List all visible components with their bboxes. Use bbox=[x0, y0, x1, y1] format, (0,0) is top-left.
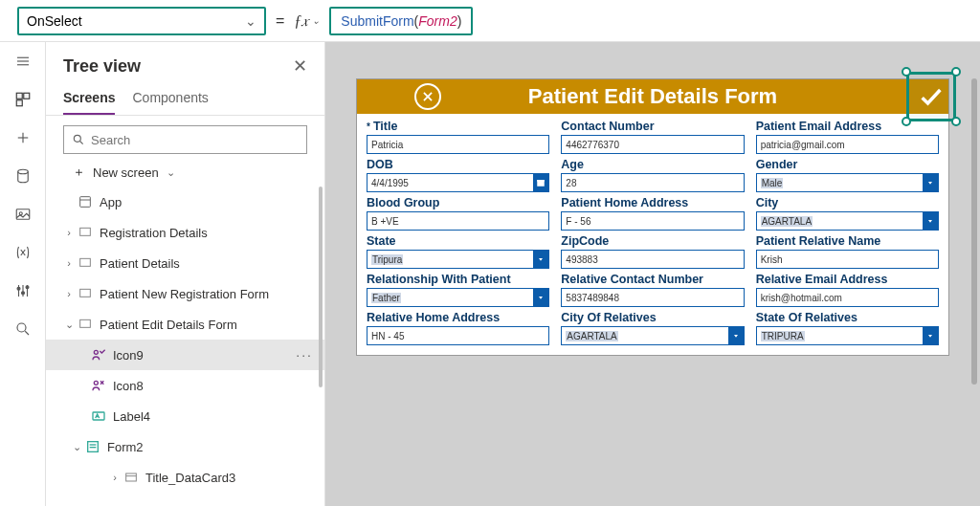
form-icon bbox=[84, 438, 101, 455]
calendar-icon[interactable] bbox=[533, 174, 548, 191]
label-icon bbox=[90, 407, 107, 425]
svg-rect-23 bbox=[80, 228, 91, 235]
required-icon: * bbox=[367, 121, 370, 132]
tree-item-form2[interactable]: ⌄ Form2 bbox=[46, 431, 324, 462]
svg-rect-38 bbox=[538, 180, 546, 182]
tab-components[interactable]: Components bbox=[132, 90, 208, 115]
field-relname: Patient Relative Name Krish bbox=[756, 234, 939, 269]
relcity-select[interactable]: AGARTALA bbox=[561, 326, 744, 345]
canvas-scrollbar[interactable] bbox=[971, 78, 977, 385]
field-contact: Contact Number 4462776370 bbox=[561, 120, 744, 154]
cancel-button[interactable] bbox=[414, 83, 441, 110]
property-name: OnSelect bbox=[27, 13, 82, 29]
close-icon[interactable]: ✕ bbox=[293, 55, 307, 77]
svg-marker-41 bbox=[539, 258, 543, 261]
tab-screens[interactable]: Screens bbox=[63, 90, 115, 115]
selection-handle[interactable] bbox=[902, 67, 911, 77]
chevron-down-icon[interactable] bbox=[923, 174, 938, 191]
field-relcontact: Relative Contact Number 5837489848 bbox=[561, 273, 744, 307]
zip-input[interactable]: 493883 bbox=[561, 250, 744, 269]
tree-item-icon9[interactable]: Icon9 ··· bbox=[46, 340, 324, 370]
svg-rect-24 bbox=[80, 258, 91, 266]
svg-point-16 bbox=[26, 286, 29, 289]
search-icon[interactable] bbox=[11, 318, 34, 341]
media-icon[interactable] bbox=[11, 203, 34, 226]
field-age: Age 28 bbox=[561, 158, 744, 192]
field-relstate: State Of Relatives TRIPURA bbox=[756, 311, 939, 345]
search-field[interactable] bbox=[91, 133, 299, 147]
form-header: Patient Edit Details Form bbox=[357, 79, 948, 114]
scrollbar[interactable] bbox=[319, 187, 323, 387]
advanced-icon[interactable] bbox=[11, 279, 34, 302]
expand-icon[interactable]: › bbox=[61, 227, 77, 238]
field-title: *Title Patricia bbox=[367, 120, 549, 154]
form-title: Patient Edit Details Form bbox=[357, 84, 948, 109]
plus-icon[interactable] bbox=[11, 126, 34, 149]
chevron-down-icon[interactable] bbox=[923, 212, 938, 230]
data-icon[interactable] bbox=[11, 165, 34, 187]
svg-point-19 bbox=[74, 135, 80, 142]
svg-marker-43 bbox=[734, 335, 738, 338]
relstate-select[interactable]: TRIPURA bbox=[756, 326, 939, 345]
screen-icon bbox=[77, 224, 94, 241]
tree-item-app[interactable]: App bbox=[46, 187, 324, 217]
collapse-icon[interactable]: ⌄ bbox=[61, 319, 77, 331]
dob-input[interactable]: 4/4/1995 bbox=[367, 173, 549, 192]
relcontact-input[interactable]: 5837489848 bbox=[561, 288, 744, 307]
gender-select[interactable]: Male bbox=[756, 173, 939, 192]
svg-point-27 bbox=[94, 350, 98, 354]
tree-item-icon8[interactable]: Icon8 bbox=[46, 370, 324, 401]
svg-rect-5 bbox=[16, 100, 22, 106]
relhome-input[interactable]: HN - 45 bbox=[367, 326, 549, 345]
tree-item-new-registration[interactable]: › Patient New Registration Form bbox=[46, 278, 324, 309]
tree-item-registration[interactable]: › Registration Details bbox=[46, 217, 324, 248]
check-icon bbox=[90, 346, 107, 363]
field-gender: Gender Male bbox=[756, 158, 939, 192]
chevron-down-icon[interactable] bbox=[728, 327, 744, 344]
new-screen-button[interactable]: ＋ New screen ⌄ bbox=[46, 164, 324, 187]
expand-icon[interactable]: › bbox=[107, 472, 122, 483]
hamburger-icon[interactable] bbox=[11, 50, 34, 73]
relname-input[interactable]: Krish bbox=[756, 250, 939, 269]
more-icon[interactable]: ··· bbox=[296, 347, 317, 363]
fx-label[interactable]: ƒ𝑥⌄ bbox=[294, 12, 320, 30]
chevron-down-icon[interactable] bbox=[923, 327, 938, 344]
property-dropdown[interactable]: OnSelect ⌄ bbox=[17, 7, 266, 35]
tree-item-edit-form[interactable]: ⌄ Patient Edit Details Form bbox=[46, 309, 324, 340]
state-select[interactable]: Tripura bbox=[367, 250, 549, 269]
formula-input[interactable]: SubmitForm(Form2) bbox=[329, 7, 473, 35]
tree-item-label4[interactable]: Label4 bbox=[46, 401, 324, 431]
field-email: Patient Email Address patricia@gmail.com bbox=[756, 120, 939, 154]
svg-marker-42 bbox=[539, 297, 543, 299]
cancel-icon bbox=[90, 377, 107, 394]
variables-icon[interactable] bbox=[11, 241, 34, 264]
tree-item-patient-details[interactable]: › Patient Details bbox=[46, 248, 324, 278]
selection-handle[interactable] bbox=[902, 117, 911, 126]
svg-marker-40 bbox=[928, 220, 932, 223]
relemail-input[interactable]: krish@hotmail.com bbox=[756, 288, 939, 307]
canvas[interactable]: Patient Edit Details Form *Title Patrici… bbox=[325, 42, 980, 506]
age-input[interactable]: 28 bbox=[561, 173, 744, 192]
selection-handle[interactable] bbox=[951, 67, 961, 77]
field-relemail: Relative Email Address krish@hotmail.com bbox=[756, 273, 939, 307]
chevron-down-icon[interactable] bbox=[533, 289, 548, 306]
expand-icon[interactable]: › bbox=[61, 257, 77, 269]
homeaddr-input[interactable]: F - 56 bbox=[561, 211, 744, 231]
datacard-icon bbox=[122, 469, 140, 486]
city-select[interactable]: AGARTALA bbox=[756, 211, 939, 231]
search-input[interactable] bbox=[63, 125, 307, 154]
expand-icon[interactable]: › bbox=[61, 288, 77, 299]
relation-select[interactable]: Father bbox=[367, 288, 549, 307]
collapse-icon[interactable]: ⌄ bbox=[69, 441, 84, 453]
tree-view-icon[interactable] bbox=[11, 88, 34, 111]
left-rail bbox=[0, 42, 46, 506]
title-input[interactable]: Patricia bbox=[367, 135, 549, 154]
svg-rect-21 bbox=[80, 197, 91, 208]
submit-button[interactable] bbox=[906, 72, 956, 121]
blood-input[interactable]: B +VE bbox=[367, 211, 549, 231]
contact-input[interactable]: 4462776370 bbox=[561, 135, 744, 154]
chevron-down-icon[interactable] bbox=[533, 251, 548, 268]
tree-item-datacard3[interactable]: › Title_DataCard3 bbox=[46, 462, 324, 493]
email-input[interactable]: patricia@gmail.com bbox=[756, 135, 939, 154]
selection-handle[interactable] bbox=[951, 117, 961, 126]
